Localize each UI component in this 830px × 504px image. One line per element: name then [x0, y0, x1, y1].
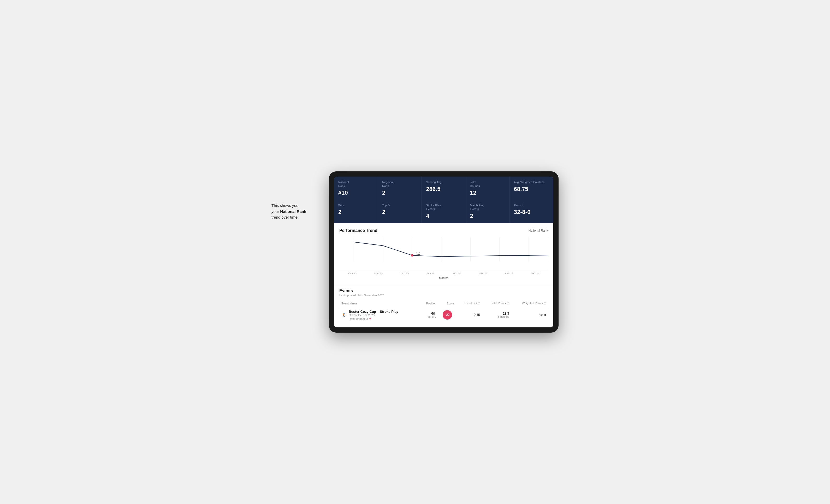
tooltip-bold: National Rank [280, 209, 306, 214]
x-label-dec23: DEC 23 [391, 272, 418, 275]
stat-record-label: Record [514, 203, 549, 207]
perf-subtitle: National Rank [529, 229, 548, 232]
perf-title: Performance Trend [339, 228, 377, 233]
stat-regional-rank-label: RegionalRank [382, 180, 417, 188]
weighted-points-value: 28.3 [513, 313, 546, 317]
chart-x-labels: OCT 23 NOV 23 DEC 23 JAN 24 FEB 24 MAR 2… [339, 271, 548, 276]
stats-row-1: NationalRank #10 RegionalRank 2 Scoring … [334, 177, 553, 200]
position-value: 6th [421, 311, 436, 315]
performance-chart: #10 [339, 236, 548, 267]
stat-scoring-avg-value: 286.5 [426, 186, 461, 193]
event-row-inner: 🏌️ Buster Cozy Cup – Stroke Play Oct 9 -… [341, 310, 417, 321]
total-rounds-value: 3 Rounds [484, 315, 509, 318]
tablet-screen: NationalRank #10 RegionalRank 2 Scoring … [334, 177, 553, 327]
x-label-nov23: NOV 23 [365, 272, 391, 275]
rank-direction-icon: ▼ [369, 317, 372, 321]
stat-record-value: 32-8-0 [514, 209, 549, 215]
total-points-value: 28.3 [484, 312, 509, 315]
x-label-apr24: APR 24 [496, 272, 522, 275]
score-cell: -22 [439, 307, 456, 323]
table-row: 🏌️ Buster Cozy Cup – Stroke Play Oct 9 -… [339, 307, 548, 323]
event-icon: 🏌️ [341, 312, 347, 317]
event-name-cell: 🏌️ Buster Cozy Cup – Stroke Play Oct 9 -… [339, 307, 419, 323]
tooltip-line2: your [272, 209, 280, 214]
stat-match-play: Match PlayEvents 2 [466, 200, 509, 223]
event-date: Oct 9 - Oct 10, 2023 [349, 313, 398, 317]
x-label-feb24: FEB 24 [444, 272, 470, 275]
col-event-name: Event Name [339, 300, 419, 307]
performance-section: Performance Trend National Rank [334, 223, 553, 284]
position-cell: 6th out of 7 [419, 307, 438, 323]
stat-total-rounds: TotalRounds 12 [466, 177, 509, 200]
events-title: Events [339, 289, 548, 293]
stat-stroke-play-label: Stroke PlayEvents [426, 203, 461, 211]
stat-total-rounds-value: 12 [470, 190, 505, 196]
stat-wins-label: Wins [338, 203, 374, 207]
chart-x-title: Months [339, 276, 548, 279]
tooltip-line1: This shows you [272, 203, 298, 208]
stat-regional-rank: RegionalRank 2 [378, 177, 421, 200]
x-label-mar24: MAR 24 [470, 272, 496, 275]
x-label-oct23: OCT 23 [339, 272, 365, 275]
x-label-may24: MAY 24 [522, 272, 548, 275]
tablet: NationalRank #10 RegionalRank 2 Scoring … [329, 171, 558, 332]
col-score: Score [439, 300, 456, 307]
stat-wins-value: 2 [338, 209, 374, 215]
events-table-body: 🏌️ Buster Cozy Cup – Stroke Play Oct 9 -… [339, 307, 548, 323]
stat-match-play-label: Match PlayEvents [470, 203, 505, 211]
stat-national-rank-label: NationalRank [338, 180, 374, 188]
scene: This shows you your National Rank trend … [272, 171, 558, 332]
events-section: Events Last updated: 24th November 2023 … [334, 284, 553, 327]
stat-stroke-play-value: 4 [426, 212, 461, 220]
event-rank-impact: Rank Impact: 3 ▼ [349, 317, 398, 321]
weighted-points-cell: 28.3 [511, 307, 548, 323]
x-label-jan24: JAN 24 [418, 272, 444, 275]
stat-national-rank-value: #10 [338, 190, 374, 196]
col-position: Position [419, 300, 438, 307]
events-table: Event Name Position Score Event SG ⓘ Tot… [339, 300, 548, 323]
events-table-head: Event Name Position Score Event SG ⓘ Tot… [339, 300, 548, 307]
chart-datapoint [411, 254, 413, 257]
stat-national-rank: NationalRank #10 [334, 177, 378, 200]
col-event-sg: Event SG ⓘ [456, 300, 482, 307]
chart-label: #10 [416, 252, 420, 255]
tooltip-annotation: This shows you your National Rank trend … [272, 203, 324, 221]
col-weighted-points: Weighted Points ⓘ [511, 300, 548, 307]
stat-match-play-value: 2 [470, 212, 505, 220]
event-name: Buster Cozy Cup – Stroke Play [349, 310, 398, 313]
stat-top3s-value: 2 [382, 209, 417, 215]
tooltip-line3: trend over time [272, 215, 297, 220]
chart-container: #10 [339, 236, 548, 270]
events-last-updated: Last updated: 24th November 2023 [339, 294, 548, 297]
col-total-points: Total Points ⓘ [482, 300, 511, 307]
stats-row-2: Wins 2 Top 3s 2 Stroke PlayEvents 4 Matc… [334, 200, 553, 223]
stat-avg-weighted-value: 68.75 [514, 186, 549, 193]
position-sub: out of 7 [421, 315, 436, 318]
stat-record: Record 32-8-0 [510, 200, 553, 223]
stat-regional-rank-value: 2 [382, 190, 417, 196]
stat-scoring-avg-label: Scoring Avg. [426, 180, 461, 184]
events-table-header-row: Event Name Position Score Event SG ⓘ Tot… [339, 300, 548, 307]
event-info: Buster Cozy Cup – Stroke Play Oct 9 - Oc… [349, 310, 398, 321]
stat-scoring-avg: Scoring Avg. 286.5 [422, 177, 466, 200]
total-points-cell: 28.3 3 Rounds [482, 307, 511, 323]
stat-stroke-play: Stroke PlayEvents 4 [422, 200, 466, 223]
stat-total-rounds-label: TotalRounds [470, 180, 505, 188]
stat-avg-weighted-label: Avg. Weighted Points ⓘ [514, 180, 549, 184]
event-sg-cell: 0.45 [456, 307, 482, 323]
stat-top3s: Top 3s 2 [378, 200, 421, 223]
perf-header: Performance Trend National Rank [339, 228, 548, 233]
stat-wins: Wins 2 [334, 200, 378, 223]
event-sg-value: 0.45 [458, 313, 480, 317]
stat-avg-weighted: Avg. Weighted Points ⓘ 68.75 [510, 177, 553, 200]
stat-top3s-label: Top 3s [382, 203, 417, 207]
score-badge: -22 [443, 310, 452, 320]
